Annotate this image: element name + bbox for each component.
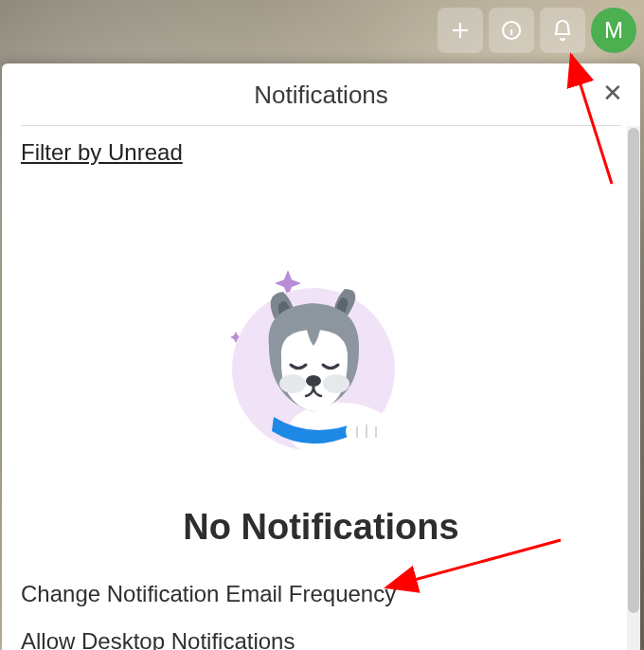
user-avatar[interactable]: M bbox=[591, 8, 636, 53]
add-button[interactable] bbox=[438, 8, 483, 53]
husky-illustration bbox=[226, 256, 416, 455]
plus-icon bbox=[449, 19, 472, 42]
notification-action-links: Change Notification Email Frequency Allo… bbox=[21, 581, 621, 650]
svg-point-7 bbox=[279, 374, 306, 393]
allow-desktop-notifications-link[interactable]: Allow Desktop Notifications bbox=[21, 628, 621, 650]
close-icon: ✕ bbox=[602, 79, 623, 107]
filter-unread-link[interactable]: Filter by Unread bbox=[21, 139, 183, 166]
scrollbar-thumb[interactable] bbox=[628, 128, 639, 613]
info-icon bbox=[500, 19, 523, 42]
panel-body: Filter by Unread bbox=[2, 126, 640, 650]
header-toolbar: M bbox=[438, 8, 636, 53]
svg-point-4 bbox=[510, 26, 511, 27]
info-button[interactable] bbox=[489, 8, 534, 53]
empty-state-title: No Notifications bbox=[183, 507, 458, 548]
svg-point-9 bbox=[306, 375, 321, 387]
panel-header: Notifications ✕ bbox=[2, 63, 640, 125]
svg-point-8 bbox=[323, 374, 349, 393]
change-email-frequency-link[interactable]: Change Notification Email Frequency bbox=[21, 581, 621, 607]
empty-state: No Notifications Change Notification Ema… bbox=[21, 256, 621, 650]
bell-icon bbox=[551, 19, 574, 42]
close-button[interactable]: ✕ bbox=[599, 77, 627, 109]
panel-title: Notifications bbox=[21, 81, 621, 110]
avatar-initial: M bbox=[604, 17, 623, 44]
notifications-panel: Notifications ✕ Filter by Unread bbox=[2, 63, 640, 650]
panel-scrollbar[interactable] bbox=[627, 126, 640, 650]
notifications-button[interactable] bbox=[540, 8, 585, 53]
